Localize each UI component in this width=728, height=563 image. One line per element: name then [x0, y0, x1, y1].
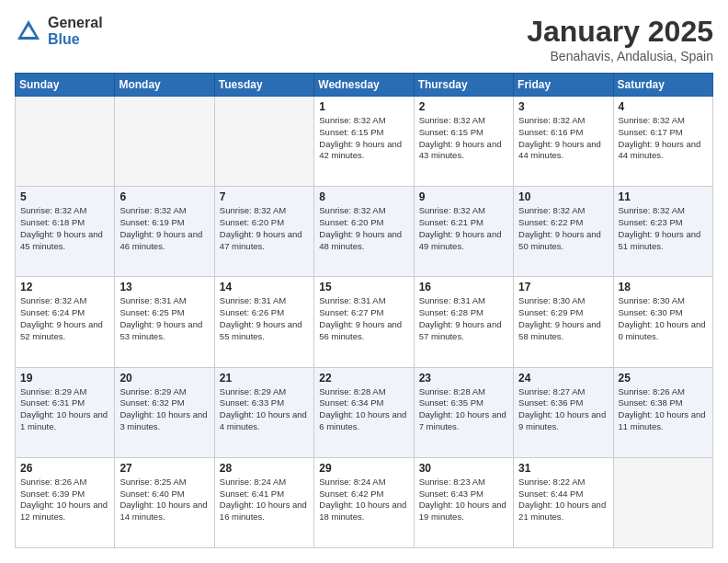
- cell-info: Sunrise: 8:32 AMSunset: 6:24 PMDaylight:…: [20, 295, 109, 342]
- header-thursday: Thursday: [414, 74, 513, 97]
- table-row: 14Sunrise: 8:31 AMSunset: 6:26 PMDayligh…: [214, 277, 313, 367]
- day-number: 8: [319, 190, 408, 203]
- header: General Blue January 2025 Benahavis, And…: [15, 15, 713, 63]
- day-number: 30: [419, 462, 508, 475]
- table-row: 12Sunrise: 8:32 AMSunset: 6:24 PMDayligh…: [16, 277, 115, 367]
- cell-info: Sunrise: 8:29 AMSunset: 6:33 PMDaylight:…: [220, 386, 309, 433]
- cell-info: Sunrise: 8:32 AMSunset: 6:17 PMDaylight:…: [619, 115, 708, 162]
- day-number: 21: [220, 372, 309, 385]
- table-row: 20Sunrise: 8:29 AMSunset: 6:32 PMDayligh…: [115, 367, 214, 457]
- logo-general: General: [48, 15, 103, 31]
- logo-blue: Blue: [48, 31, 103, 48]
- cell-info: Sunrise: 8:31 AMSunset: 6:28 PMDaylight:…: [419, 295, 508, 342]
- day-number: 4: [619, 100, 708, 113]
- header-tuesday: Tuesday: [214, 74, 313, 97]
- table-row: 13Sunrise: 8:31 AMSunset: 6:25 PMDayligh…: [115, 277, 214, 367]
- table-row: 8Sunrise: 8:32 AMSunset: 6:20 PMDaylight…: [314, 187, 414, 277]
- cell-info: Sunrise: 8:31 AMSunset: 6:27 PMDaylight:…: [319, 295, 408, 342]
- table-row: 17Sunrise: 8:30 AMSunset: 6:29 PMDayligh…: [514, 277, 613, 367]
- cell-info: Sunrise: 8:28 AMSunset: 6:35 PMDaylight:…: [419, 386, 508, 433]
- table-row: 6Sunrise: 8:32 AMSunset: 6:19 PMDaylight…: [115, 187, 214, 277]
- cell-info: Sunrise: 8:24 AMSunset: 6:41 PMDaylight:…: [220, 477, 309, 523]
- table-row: 22Sunrise: 8:28 AMSunset: 6:34 PMDayligh…: [314, 367, 414, 457]
- day-number: 11: [619, 190, 708, 203]
- day-number: 18: [619, 281, 708, 293]
- table-row: 16Sunrise: 8:31 AMSunset: 6:28 PMDayligh…: [414, 277, 513, 367]
- table-row: 15Sunrise: 8:31 AMSunset: 6:27 PMDayligh…: [314, 277, 414, 367]
- day-number: 20: [119, 372, 209, 385]
- table-row: 2Sunrise: 8:32 AMSunset: 6:15 PMDaylight…: [414, 97, 513, 187]
- cell-info: Sunrise: 8:32 AMSunset: 6:16 PMDaylight:…: [518, 115, 608, 162]
- main-title: January 2025: [527, 15, 713, 49]
- day-number: 29: [319, 462, 408, 475]
- cell-info: Sunrise: 8:24 AMSunset: 6:42 PMDaylight:…: [319, 477, 408, 523]
- cell-info: Sunrise: 8:31 AMSunset: 6:25 PMDaylight:…: [119, 295, 209, 342]
- cell-info: Sunrise: 8:32 AMSunset: 6:19 PMDaylight:…: [119, 205, 209, 252]
- calendar-week-row: 19Sunrise: 8:29 AMSunset: 6:31 PMDayligh…: [16, 367, 713, 457]
- day-number: 9: [419, 190, 508, 203]
- day-number: 7: [220, 190, 309, 203]
- cell-info: Sunrise: 8:28 AMSunset: 6:34 PMDaylight:…: [319, 386, 408, 433]
- day-number: 14: [220, 281, 309, 293]
- day-number: 23: [419, 372, 508, 385]
- table-row: 7Sunrise: 8:32 AMSunset: 6:20 PMDaylight…: [214, 187, 313, 277]
- day-number: 24: [518, 372, 608, 385]
- day-number: 3: [518, 100, 608, 113]
- cell-info: Sunrise: 8:26 AMSunset: 6:39 PMDaylight:…: [20, 477, 109, 523]
- title-area: January 2025 Benahavis, Andalusia, Spain: [527, 15, 713, 63]
- table-row: 1Sunrise: 8:32 AMSunset: 6:15 PMDaylight…: [314, 97, 414, 187]
- calendar-week-row: 1Sunrise: 8:32 AMSunset: 6:15 PMDaylight…: [16, 97, 713, 187]
- day-number: 31: [518, 462, 608, 475]
- table-row: 30Sunrise: 8:23 AMSunset: 6:43 PMDayligh…: [414, 457, 513, 547]
- day-number: 13: [119, 281, 209, 293]
- cell-info: Sunrise: 8:30 AMSunset: 6:30 PMDaylight:…: [619, 295, 708, 342]
- day-number: 10: [518, 190, 608, 203]
- logo: General Blue: [15, 15, 103, 47]
- table-row: 27Sunrise: 8:25 AMSunset: 6:40 PMDayligh…: [115, 457, 214, 547]
- cell-info: Sunrise: 8:25 AMSunset: 6:40 PMDaylight:…: [119, 477, 209, 523]
- cell-info: Sunrise: 8:29 AMSunset: 6:32 PMDaylight:…: [119, 386, 209, 433]
- day-number: 22: [319, 372, 408, 385]
- header-friday: Friday: [514, 74, 613, 97]
- logo-icon: [15, 17, 42, 45]
- cell-info: Sunrise: 8:32 AMSunset: 6:15 PMDaylight:…: [319, 115, 408, 162]
- cell-info: Sunrise: 8:23 AMSunset: 6:43 PMDaylight:…: [419, 477, 508, 523]
- day-number: 17: [518, 281, 608, 293]
- cell-info: Sunrise: 8:32 AMSunset: 6:22 PMDaylight:…: [518, 205, 608, 252]
- day-number: 19: [20, 372, 109, 385]
- table-row: 23Sunrise: 8:28 AMSunset: 6:35 PMDayligh…: [414, 367, 513, 457]
- page: General Blue January 2025 Benahavis, And…: [0, 0, 728, 563]
- table-row: 28Sunrise: 8:24 AMSunset: 6:41 PMDayligh…: [214, 457, 313, 547]
- calendar-header-row: Sunday Monday Tuesday Wednesday Thursday…: [16, 74, 713, 97]
- day-number: 5: [20, 190, 109, 203]
- header-sunday: Sunday: [16, 74, 115, 97]
- table-row: [115, 97, 214, 187]
- header-saturday: Saturday: [613, 74, 712, 97]
- cell-info: Sunrise: 8:32 AMSunset: 6:15 PMDaylight:…: [419, 115, 508, 162]
- day-number: 16: [419, 281, 508, 293]
- table-row: 24Sunrise: 8:27 AMSunset: 6:36 PMDayligh…: [514, 367, 613, 457]
- cell-info: Sunrise: 8:32 AMSunset: 6:23 PMDaylight:…: [619, 205, 708, 252]
- cell-info: Sunrise: 8:22 AMSunset: 6:44 PMDaylight:…: [518, 477, 608, 523]
- table-row: 9Sunrise: 8:32 AMSunset: 6:21 PMDaylight…: [414, 187, 513, 277]
- day-number: 6: [119, 190, 209, 203]
- table-row: 25Sunrise: 8:26 AMSunset: 6:38 PMDayligh…: [613, 367, 712, 457]
- cell-info: Sunrise: 8:27 AMSunset: 6:36 PMDaylight:…: [518, 386, 608, 433]
- header-monday: Monday: [115, 74, 214, 97]
- table-row: [613, 457, 712, 547]
- table-row: 29Sunrise: 8:24 AMSunset: 6:42 PMDayligh…: [314, 457, 414, 547]
- calendar-week-row: 5Sunrise: 8:32 AMSunset: 6:18 PMDaylight…: [16, 187, 713, 277]
- cell-info: Sunrise: 8:32 AMSunset: 6:20 PMDaylight:…: [220, 205, 309, 252]
- day-number: 26: [20, 462, 109, 475]
- table-row: 19Sunrise: 8:29 AMSunset: 6:31 PMDayligh…: [16, 367, 115, 457]
- day-number: 2: [419, 100, 508, 113]
- cell-info: Sunrise: 8:30 AMSunset: 6:29 PMDaylight:…: [518, 295, 608, 342]
- day-number: 12: [20, 281, 109, 293]
- table-row: 21Sunrise: 8:29 AMSunset: 6:33 PMDayligh…: [214, 367, 313, 457]
- day-number: 27: [119, 462, 209, 475]
- cell-info: Sunrise: 8:32 AMSunset: 6:18 PMDaylight:…: [20, 205, 109, 252]
- subtitle: Benahavis, Andalusia, Spain: [527, 49, 713, 63]
- logo-text: General Blue: [48, 15, 103, 47]
- table-row: 11Sunrise: 8:32 AMSunset: 6:23 PMDayligh…: [613, 187, 712, 277]
- calendar-table: Sunday Monday Tuesday Wednesday Thursday…: [15, 73, 713, 548]
